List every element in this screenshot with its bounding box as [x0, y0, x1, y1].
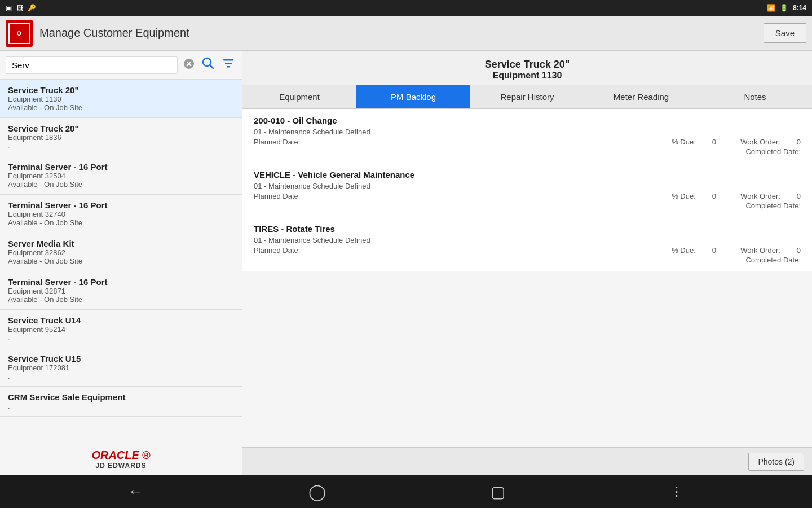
pm-percent-due-label: % Due: — [672, 192, 696, 200]
equipment-item-name: Terminal Server - 16 Port — [8, 277, 234, 287]
svg-rect-9 — [227, 66, 230, 68]
pm-work-order-value: 0 — [797, 138, 801, 146]
equipment-item-status: Available - On Job Site — [8, 103, 234, 112]
equipment-item-name: Terminal Server - 16 Port — [8, 200, 234, 210]
equipment-title: Service Truck 20" — [254, 59, 801, 71]
svg-rect-8 — [225, 63, 232, 64]
equipment-item-name: Terminal Server - 16 Port — [8, 162, 234, 172]
equipment-item-status: . — [8, 372, 234, 380]
equipment-item-status: Available - On Job Site — [8, 218, 234, 227]
tab-meter-reading[interactable]: Meter Reading — [584, 85, 698, 108]
pm-item-schedule: 01 - Maintenance Schedule Defined — [254, 128, 801, 136]
equipment-item-id: Equipment 32871 — [8, 287, 234, 295]
equipment-item-status: Available - On Job Site — [8, 180, 234, 189]
search-bar — [0, 51, 242, 80]
equipment-item-name: CRM Service Sale Equipment — [8, 392, 234, 402]
pm-percent-due: % Due: 0 Work Order: 0 — [672, 192, 801, 200]
main-layout: Service Truck 20"Equipment 1130Available… — [0, 51, 812, 475]
tab-repair-history[interactable]: Repair History — [470, 85, 584, 108]
equipment-item-name: Service Truck 20" — [8, 124, 234, 133]
tab-pm-backlog[interactable]: PM Backlog — [356, 85, 470, 108]
screen-icon: ▣ — [6, 4, 12, 12]
pm-completed-date: Completed Date: — [745, 256, 801, 264]
pm-work-order-value: 0 — [797, 246, 801, 255]
equipment-list-item[interactable]: Service Truck 20"Equipment 1130Available… — [0, 80, 242, 118]
equipment-list-item[interactable]: Service Truck U15Equipment 172081. — [0, 348, 242, 387]
clear-search-button[interactable] — [182, 57, 196, 73]
more-options-button[interactable]: ⋮ — [654, 480, 701, 503]
equipment-item-status: . — [8, 402, 234, 410]
pm-work-order-value: 0 — [797, 192, 801, 200]
pm-item-schedule: 01 - Maintenance Schedule Defined — [254, 182, 801, 190]
key-icon: 🔑 — [28, 4, 36, 12]
photos-button[interactable]: Photos (2) — [748, 453, 804, 471]
pm-backlog-item[interactable]: TIRES - Rotate Tires 01 - Maintenance Sc… — [242, 217, 812, 271]
pm-item-title: VEHICLE - Vehicle General Maintenance — [254, 170, 801, 179]
filter-button[interactable] — [220, 56, 236, 75]
wifi-icon: 📶 — [767, 4, 775, 12]
equipment-list: Service Truck 20"Equipment 1130Available… — [0, 80, 242, 443]
status-bar: ▣ 🖼 🔑 📶 🔋 8:14 — [0, 0, 812, 16]
pm-percent-due: % Due: 0 Work Order: 0 — [672, 138, 801, 146]
equipment-list-item[interactable]: Server Media KitEquipment 32862Available… — [0, 233, 242, 271]
equipment-list-item[interactable]: Service Truck 20"Equipment 1836. — [0, 118, 242, 156]
pm-percent-due-value: 0 — [712, 192, 716, 200]
pm-item-title: 200-010 - Oil Change — [254, 116, 801, 125]
oracle-footer: ORACLE ® JD EDWARDS — [0, 443, 242, 475]
svg-line-6 — [210, 65, 214, 69]
photos-bar: Photos (2) — [242, 447, 812, 475]
pm-planned-date-label: Planned Date: — [254, 138, 300, 146]
home-button[interactable]: ◯ — [292, 478, 343, 506]
recents-button[interactable]: ▢ — [474, 478, 522, 506]
pm-work-order-label: Work Order: — [740, 138, 780, 146]
equipment-item-id: Equipment 1836 — [8, 133, 234, 142]
pm-backlog-item[interactable]: 200-010 - Oil Change 01 - Maintenance Sc… — [242, 109, 812, 163]
tab-notes[interactable]: Notes — [698, 85, 812, 108]
equipment-list-item[interactable]: CRM Service Sale Equipment. — [0, 387, 242, 417]
equipment-item-status: . — [8, 142, 234, 150]
equipment-item-name: Service Truck 20" — [8, 85, 234, 95]
bottom-nav-bar: ← ◯ ▢ ⋮ — [0, 475, 812, 508]
pm-backlog-item[interactable]: VEHICLE - Vehicle General Maintenance 01… — [242, 163, 812, 217]
equipment-list-item[interactable]: Terminal Server - 16 PortEquipment 32504… — [0, 156, 242, 195]
equipment-item-id: Equipment 32740 — [8, 210, 234, 218]
search-input[interactable] — [6, 56, 178, 74]
equipment-list-item[interactable]: Terminal Server - 16 PortEquipment 32871… — [0, 271, 242, 310]
pm-percent-due-label: % Due: — [672, 246, 696, 255]
app-bar: O Manage Customer Equipment Save — [0, 16, 812, 51]
svg-text:O: O — [17, 30, 21, 37]
pm-planned-date-label: Planned Date: — [254, 246, 300, 255]
pm-item-title: TIRES - Rotate Tires — [254, 224, 801, 234]
sidebar: Service Truck 20"Equipment 1130Available… — [0, 51, 242, 475]
tab-equipment[interactable]: Equipment — [242, 85, 356, 108]
search-button[interactable] — [200, 55, 216, 75]
image-icon: 🖼 — [16, 4, 23, 12]
equipment-item-status: Available - On Job Site — [8, 257, 234, 265]
content-header: Service Truck 20" Equipment 1130 — [242, 51, 812, 85]
pm-completed-date: Completed Date: — [745, 202, 801, 210]
equipment-item-name: Service Truck U14 — [8, 316, 234, 325]
pm-completed-date: Completed Date: — [745, 147, 801, 156]
equipment-item-id: Equipment 95214 — [8, 325, 234, 334]
svg-rect-7 — [223, 59, 233, 61]
pm-work-order-label: Work Order: — [740, 192, 780, 200]
equipment-item-id: Equipment 32504 — [8, 172, 234, 180]
pm-percent-due-label: % Due: — [672, 138, 696, 146]
equipment-item-name: Server Media Kit — [8, 239, 234, 248]
equipment-item-status: . — [8, 334, 234, 342]
pm-work-order-label: Work Order: — [740, 246, 780, 255]
equipment-item-id: Equipment 1130 — [8, 95, 234, 103]
content-area: Service Truck 20" Equipment 1130 Equipme… — [242, 51, 812, 475]
battery-icon: 🔋 — [780, 4, 788, 12]
pm-planned-date-label: Planned Date: — [254, 192, 300, 200]
pm-item-schedule: 01 - Maintenance Schedule Defined — [254, 236, 801, 244]
equipment-list-item[interactable]: Terminal Server - 16 PortEquipment 32740… — [0, 195, 242, 233]
oracle-logo-text: ORACLE ® — [6, 449, 236, 462]
oracle-jd-edwards-label: JD EDWARDS — [6, 462, 236, 470]
pm-backlog-content: 200-010 - Oil Change 01 - Maintenance Sc… — [242, 109, 812, 447]
oracle-app-logo: O — [6, 20, 33, 47]
back-button[interactable]: ← — [111, 478, 160, 505]
equipment-list-item[interactable]: Service Truck U14Equipment 95214. — [0, 310, 242, 348]
tab-bar: Equipment PM Backlog Repair History Mete… — [242, 85, 812, 109]
save-button[interactable]: Save — [764, 23, 806, 43]
